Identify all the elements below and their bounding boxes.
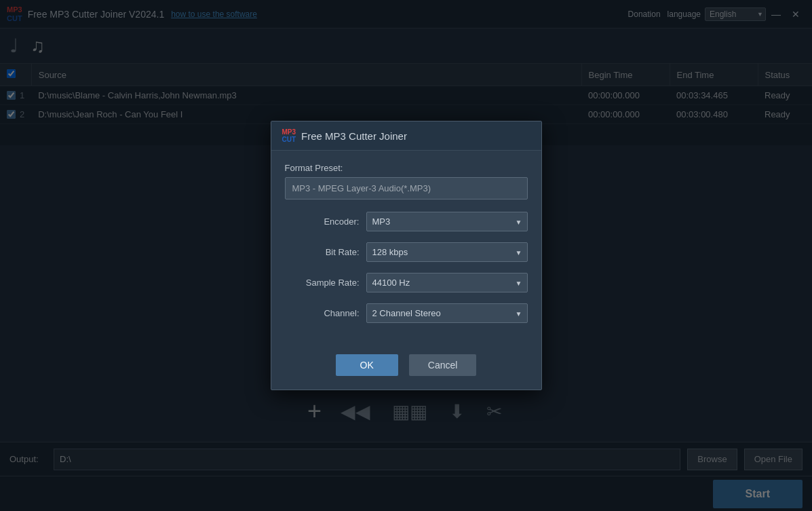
bitrate-select-wrapper: 64 kbps96 kbps128 kbps192 kbps256 kbps32… (366, 242, 528, 262)
channel-row: Channel: 1 Channel Mono2 Channel Stereo … (285, 303, 528, 323)
encoder-select[interactable]: MP3AACOGGWAVFLAC (366, 212, 528, 231)
cancel-button[interactable]: Cancel (409, 354, 477, 376)
ok-button[interactable]: OK (336, 354, 398, 376)
format-preset-input[interactable] (285, 177, 528, 200)
format-preset-group: Format Preset: (285, 163, 528, 200)
modal-logo: MP3 CUT (282, 128, 296, 143)
samplerate-row: Sample Rate: 8000 Hz11025 Hz22050 Hz4410… (285, 273, 528, 292)
channel-select[interactable]: 1 Channel Mono2 Channel Stereo (366, 303, 528, 323)
samplerate-select-wrapper: 8000 Hz11025 Hz22050 Hz44100 Hz48000 Hz … (366, 273, 528, 292)
bitrate-select[interactable]: 64 kbps96 kbps128 kbps192 kbps256 kbps32… (366, 242, 528, 262)
encoder-row: Encoder: MP3AACOGGWAVFLAC ▼ (285, 212, 528, 231)
modal-overlay: MP3 CUT Free MP3 Cutter Joiner Format Pr… (0, 0, 812, 511)
samplerate-select[interactable]: 8000 Hz11025 Hz22050 Hz44100 Hz48000 Hz (366, 273, 528, 292)
modal-footer: OK Cancel (271, 347, 541, 390)
encoder-select-wrapper: MP3AACOGGWAVFLAC ▼ (366, 212, 528, 231)
modal-title: Free MP3 Cutter Joiner (301, 130, 407, 142)
bitrate-row: Bit Rate: 64 kbps96 kbps128 kbps192 kbps… (285, 242, 528, 262)
channel-label: Channel: (285, 308, 360, 318)
modal-body: Format Preset: Encoder: MP3AACOGGWAVFLAC… (271, 151, 541, 347)
format-preset-dialog: MP3 CUT Free MP3 Cutter Joiner Format Pr… (271, 121, 542, 390)
channel-select-wrapper: 1 Channel Mono2 Channel Stereo ▼ (366, 303, 528, 323)
modal-header: MP3 CUT Free MP3 Cutter Joiner (271, 121, 541, 151)
format-preset-label: Format Preset: (285, 163, 528, 173)
encoder-label: Encoder: (285, 216, 360, 227)
bitrate-label: Bit Rate: (285, 247, 360, 257)
samplerate-label: Sample Rate: (285, 278, 360, 288)
